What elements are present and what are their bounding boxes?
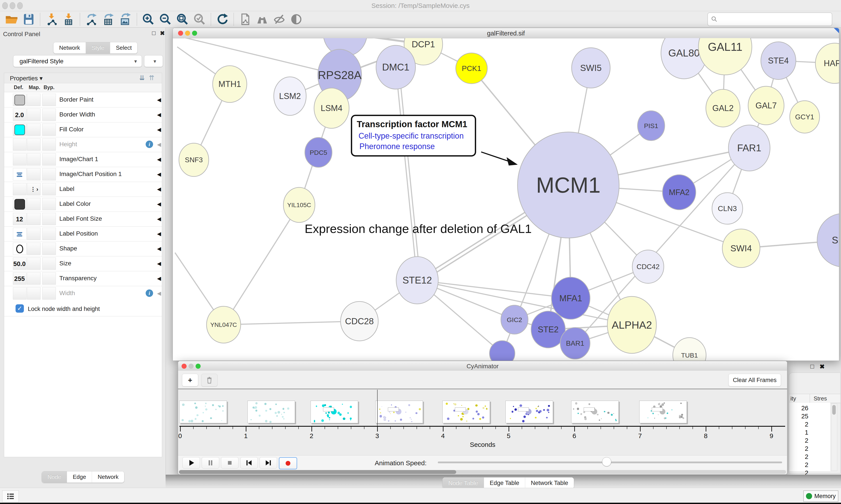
network-node-pck1[interactable]: PCK1 [456, 53, 487, 84]
toolbar-save-button[interactable] [21, 12, 36, 26]
mapping-cell[interactable] [27, 287, 40, 300]
expand-row-icon[interactable]: ◀ [157, 156, 161, 162]
pause-button[interactable] [202, 457, 219, 469]
default-cell[interactable] [13, 183, 26, 195]
network-edge[interactable] [223, 321, 359, 325]
table-cell-value[interactable]: 26 [791, 404, 808, 412]
network-node-lsm2[interactable]: LSM2 [274, 77, 306, 115]
network-node-ste4[interactable]: STE4 [761, 42, 796, 79]
property-row-size[interactable]: 50.0Size◀ [4, 256, 162, 271]
expand-row-icon[interactable]: ◀ [157, 97, 161, 103]
property-row-image-chart-position-1[interactable]: Image/Chart Position 1◀ [4, 167, 162, 182]
default-cell[interactable]: 12 [13, 213, 26, 225]
bypass-cell[interactable] [42, 213, 56, 225]
network-node-tub1[interactable]: TUB1 [673, 338, 706, 361]
mapping-cell[interactable] [27, 124, 40, 136]
table-cell-value[interactable]: 2 [791, 461, 808, 469]
network-node-gal11[interactable]: GAL11 [698, 38, 752, 75]
network-node-ste12[interactable]: STE12 [396, 257, 438, 304]
default-cell[interactable] [13, 138, 26, 151]
network-node-swi5[interactable]: SWI5 [572, 48, 610, 88]
network-node-cdc28[interactable]: CDC28 [341, 302, 378, 341]
table-cell-value[interactable]: 2 [791, 445, 808, 452]
mcm1-annotation[interactable]: Transcription factor MCM1Cell-type-speci… [352, 115, 518, 165]
mapping-cell[interactable] [27, 242, 40, 255]
node-ellipse[interactable] [489, 341, 515, 361]
toolbar-open-button[interactable] [4, 12, 19, 26]
stop-button[interactable] [221, 457, 238, 469]
default-cell[interactable] [13, 198, 26, 210]
network-node-gic2[interactable]: GIC2 [501, 305, 528, 334]
mapping-cell[interactable] [27, 94, 40, 106]
playhead[interactable] [377, 390, 378, 426]
property-row-height[interactable]: Heighti◀ [4, 137, 162, 152]
bypass-cell[interactable] [42, 257, 56, 270]
network-node-lsm4[interactable]: LSM4 [314, 88, 349, 128]
network-node-swi4[interactable]: SWI4 [722, 229, 760, 268]
default-cell[interactable] [13, 228, 26, 240]
toolbar-show-details-button[interactable] [289, 12, 304, 26]
network-node-cln3[interactable]: CLN3 [712, 193, 742, 224]
mapping-cell[interactable] [27, 272, 40, 285]
style-options-button[interactable]: ▾ [144, 55, 163, 67]
frame-thumbnail-5[interactable] [505, 401, 553, 423]
mapping-cell[interactable]: ⋮› [27, 183, 40, 195]
tab-network[interactable]: Network [53, 42, 86, 53]
table-cell-value[interactable]: 2 [791, 437, 808, 444]
network-node-alpha2[interactable]: ALPHA2 [607, 296, 656, 353]
expand-all-icon[interactable]: ⇊ [139, 74, 145, 82]
bypass-cell[interactable] [42, 272, 56, 285]
mapping-cell[interactable] [27, 168, 40, 180]
default-cell[interactable]: 50.0 [13, 257, 26, 270]
default-cell[interactable] [13, 242, 26, 255]
expand-row-icon[interactable]: ◀ [157, 112, 161, 118]
network-node-unlabeled[interactable] [489, 341, 515, 361]
expand-row-icon[interactable]: ◀ [157, 171, 161, 177]
default-cell[interactable]: 255 [13, 272, 26, 285]
toolbar-zoom-fit-button[interactable] [175, 12, 190, 26]
table-cell-value[interactable]: 2 [791, 453, 808, 461]
network-node-mth1[interactable]: MTH1 [213, 66, 247, 103]
expand-row-icon[interactable]: ◀ [157, 186, 161, 192]
network-node-far1[interactable]: FAR1 [729, 125, 770, 171]
tab-select[interactable]: Select [110, 42, 137, 53]
search-input[interactable] [708, 13, 832, 26]
bypass-cell[interactable] [42, 198, 56, 210]
control-panel-close-icon[interactable]: ✖ [160, 30, 165, 37]
property-row-fill-color[interactable]: Fill Color◀ [4, 122, 162, 137]
toolbar-zoom-selected-button[interactable] [192, 12, 207, 26]
bypass-cell[interactable] [42, 109, 56, 121]
network-node-gcy1[interactable]: GCY1 [790, 101, 820, 133]
default-cell[interactable] [13, 153, 26, 165]
toolbar-zoom-out-button[interactable] [158, 12, 173, 26]
network-node-mfa2[interactable]: MFA2 [662, 175, 696, 210]
control-panel-float-icon[interactable]: □ [152, 30, 156, 37]
frame-thumbnail-2[interactable] [310, 401, 358, 423]
toolbar-export-table-button[interactable] [101, 12, 115, 26]
network-node-slt2[interactable]: SLT2 [817, 214, 839, 267]
mapping-cell[interactable] [27, 257, 40, 270]
network-node-bar1[interactable]: BAR1 [560, 327, 590, 359]
toolbar-import-network-button[interactable] [44, 12, 59, 26]
memory-button[interactable]: Memory [803, 490, 838, 502]
collapse-all-icon[interactable]: ⇈ [149, 74, 155, 82]
bypass-cell[interactable] [42, 183, 56, 195]
record-button[interactable] [279, 457, 297, 469]
default-cell[interactable]: 2.0 [13, 109, 26, 121]
network-node-dmc1[interactable]: DMC1 [376, 45, 415, 89]
toolbar-search-binoculars-button[interactable] [255, 12, 269, 26]
default-cell[interactable] [13, 124, 26, 136]
bypass-cell[interactable] [42, 242, 56, 255]
cyanimator-titlebar[interactable]: CyAnimator [178, 361, 787, 371]
default-cell[interactable] [13, 94, 26, 106]
table-vertical-scrollbar[interactable] [831, 403, 837, 471]
canvas-free-text[interactable]: Expression change after deletion of GAL1 [305, 222, 532, 236]
delete-frame-button[interactable] [201, 374, 217, 386]
clear-all-frames-button[interactable]: Clear All Frames [729, 374, 781, 386]
style-selector-dropdown[interactable]: galFiltered Style ▾ [13, 55, 142, 67]
expand-row-icon[interactable]: ◀ [157, 246, 161, 252]
network-edge[interactable] [399, 69, 420, 282]
network-node-gal7[interactable]: GAL7 [748, 86, 784, 125]
expand-row-icon[interactable]: ◀ [157, 141, 161, 147]
bypass-cell[interactable] [42, 138, 56, 151]
